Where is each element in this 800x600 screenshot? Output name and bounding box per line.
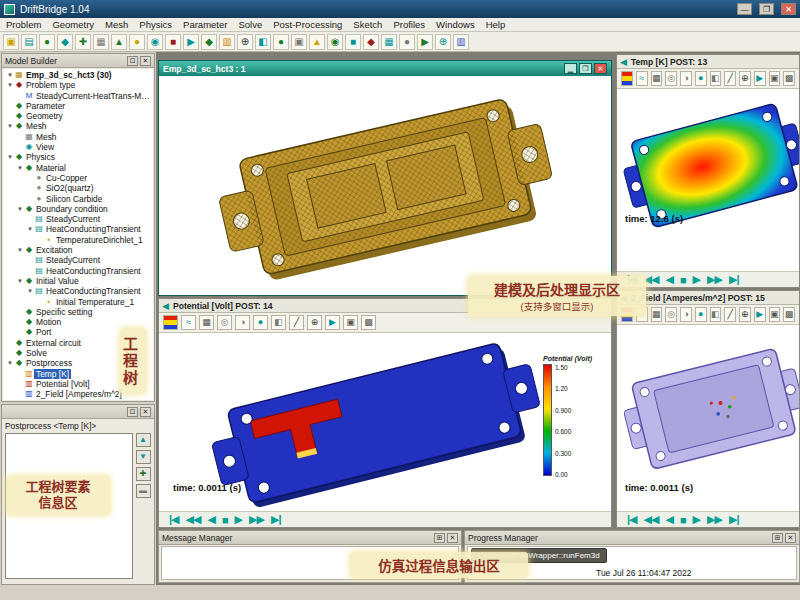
clip-sphere-icon[interactable]: ◑ [680, 307, 692, 322]
tree-item[interactable]: ●Cu-Copper [3, 173, 153, 183]
point-probe-icon[interactable]: ⊕ [739, 71, 751, 86]
playback-stop-button[interactable]: ■ [680, 274, 686, 286]
toolbar-icon-17[interactable]: ▣ [291, 34, 307, 50]
toolbar-icon-22[interactable]: ▦ [381, 34, 397, 50]
pin-icon[interactable]: ⊡ [127, 407, 138, 417]
toolbar-icon-2[interactable]: ▤ [21, 34, 37, 50]
tree-item[interactable]: ▾◆Boundary condition [3, 204, 153, 214]
line-probe-icon[interactable]: ╱ [289, 315, 304, 330]
toolbar-icon-21[interactable]: ◆ [363, 34, 379, 50]
playback-stop-button[interactable]: ■ [222, 514, 228, 526]
expander-icon[interactable]: ▾ [6, 121, 14, 131]
expander-icon[interactable]: ▾ [16, 204, 24, 214]
point-probe-icon[interactable]: ⊕ [739, 307, 751, 322]
playback-last-button[interactable]: ▶| [271, 513, 281, 526]
mdi-close-icon[interactable]: ✕ [594, 63, 607, 74]
shaded-view-icon[interactable]: ● [253, 315, 268, 330]
iso-surface-icon[interactable]: ◎ [665, 71, 677, 86]
toolbar-icon-25[interactable]: ⊕ [435, 34, 451, 50]
menu-solve[interactable]: Solve [238, 19, 262, 30]
toolbar-icon-14[interactable]: ⊕ [237, 34, 253, 50]
toolbar-icon-13[interactable]: ▥ [219, 34, 235, 50]
slice-plane-icon[interactable]: ◧ [710, 71, 722, 86]
playback-last-button[interactable]: ▶| [729, 273, 739, 286]
tree-item[interactable]: ●Silicon Carbide [3, 194, 153, 204]
toolbar-icon-5[interactable]: ✚ [75, 34, 91, 50]
field-canvas[interactable]: time: 0.0011 (s) [617, 325, 799, 511]
iso-surface-icon[interactable]: ◎ [217, 315, 232, 330]
collapse-icon[interactable]: ◀ [162, 301, 169, 311]
tree-item[interactable]: ▪TemperatureDirichlet_1 [3, 235, 153, 245]
toolbar-icon-4[interactable]: ◆ [57, 34, 73, 50]
expander-icon[interactable]: ▾ [6, 358, 14, 368]
float-icon[interactable]: ⊞ [772, 533, 783, 543]
mdi-restore-icon[interactable]: ❐ [579, 63, 592, 74]
toolbar-icon-9[interactable]: ◉ [147, 34, 163, 50]
tree-item[interactable]: ▾▦Emp_3d_sc_hct3 (30) [3, 70, 153, 80]
menu-mesh[interactable]: Mesh [105, 19, 128, 30]
playback-step-forward-button[interactable]: ▶ [693, 513, 700, 526]
toolbar-icon-1[interactable]: ▣ [3, 34, 19, 50]
expander-icon[interactable]: ▾ [26, 286, 34, 296]
toolbar-icon-23[interactable]: ● [399, 34, 415, 50]
expander-icon[interactable]: ▾ [16, 245, 24, 255]
float-icon[interactable]: ⊞ [434, 533, 445, 543]
table-icon[interactable]: ▦ [651, 71, 663, 86]
tree-item[interactable]: ▾◆Problem type [3, 80, 153, 90]
panel-close-icon[interactable]: ✕ [785, 533, 796, 543]
line-probe-icon[interactable]: ╱ [724, 307, 736, 322]
remove-button[interactable]: ▬ [136, 484, 151, 498]
tree-item[interactable]: ◆Geometry [3, 111, 153, 121]
tree-item[interactable]: ▾◆Mesh [3, 121, 153, 131]
playback-fast-backward-button[interactable]: ◀◀ [644, 513, 659, 526]
shaded-view-icon[interactable]: ● [695, 71, 707, 86]
clip-sphere-icon[interactable]: ◑ [680, 71, 692, 86]
playback-fast-forward-button[interactable]: ▶▶ [707, 513, 722, 526]
tree-item[interactable]: ▾◆Excitation [3, 245, 153, 255]
playback-stop-button[interactable]: ■ [680, 514, 686, 526]
menu-physics[interactable]: Physics [139, 19, 172, 30]
curve-plot-icon[interactable]: ≈ [181, 315, 196, 330]
panel-close-icon[interactable]: ✕ [140, 56, 151, 66]
playback-step-backward-button[interactable]: ◀ [207, 513, 214, 526]
toolbar-icon-20[interactable]: ■ [345, 34, 361, 50]
menu-windows[interactable]: Windows [436, 19, 475, 30]
toolbar-icon-26[interactable]: ▥ [453, 34, 469, 50]
menu-profiles[interactable]: Profiles [393, 19, 425, 30]
menu-geometry[interactable]: Geometry [52, 19, 94, 30]
expander-icon[interactable]: ▾ [16, 276, 24, 286]
toolbar-icon-15[interactable]: ◧ [255, 34, 271, 50]
texture-icon[interactable]: ▩ [361, 315, 376, 330]
table-icon[interactable]: ▦ [199, 315, 214, 330]
panel-close-icon[interactable]: ✕ [447, 533, 458, 543]
expander-icon[interactable]: ▾ [26, 224, 34, 234]
menu-post-processing[interactable]: Post-Processing [273, 19, 342, 30]
move-down-button[interactable]: ▼ [136, 450, 151, 464]
shaded-view-icon[interactable]: ● [695, 307, 707, 322]
tree-item[interactable]: ▾◆Physics [3, 152, 153, 162]
window-titlebar[interactable]: DriftBridge 1.04 — ❐ ✕ [0, 0, 800, 18]
menu-parameter[interactable]: Parameter [183, 19, 227, 30]
temp-canvas[interactable]: time: 12.6 (s) [617, 89, 799, 271]
playback-step-backward-button[interactable]: ◀ [665, 513, 672, 526]
menu-help[interactable]: Help [486, 19, 506, 30]
slice-plane-icon[interactable]: ◧ [271, 315, 286, 330]
move-up-button[interactable]: ▲ [136, 433, 151, 447]
playback-step-forward-button[interactable]: ▶ [693, 273, 700, 286]
expander-icon[interactable]: ▾ [6, 70, 14, 80]
tree-item[interactable]: ◆Parameter [3, 101, 153, 111]
tree-item[interactable]: ▾▤HeatConductingTransient [3, 286, 153, 296]
tree-item[interactable]: ▾▤HeatConductingTransient [3, 224, 153, 234]
potential-canvas[interactable]: Potential (Volt) 1.501.200.9000.6000.300… [159, 333, 611, 511]
maximize-button[interactable]: ❐ [759, 3, 774, 15]
close-button[interactable]: ✕ [781, 3, 796, 15]
toolbar-icon-16[interactable]: ● [273, 34, 289, 50]
colorbar-icon[interactable] [621, 71, 633, 86]
viewport-model-titlebar[interactable]: Emp_3d_sc_hct3 : 1 ▁ ❐ ✕ [159, 61, 611, 76]
expander-icon[interactable]: ▾ [6, 80, 14, 90]
slice-plane-icon[interactable]: ◧ [710, 307, 722, 322]
toolbar-icon-19[interactable]: ◉ [327, 34, 343, 50]
vector-icon[interactable]: ▶ [325, 315, 340, 330]
colorbar-icon[interactable] [163, 315, 178, 330]
pin-icon[interactable]: ⊡ [127, 56, 138, 66]
